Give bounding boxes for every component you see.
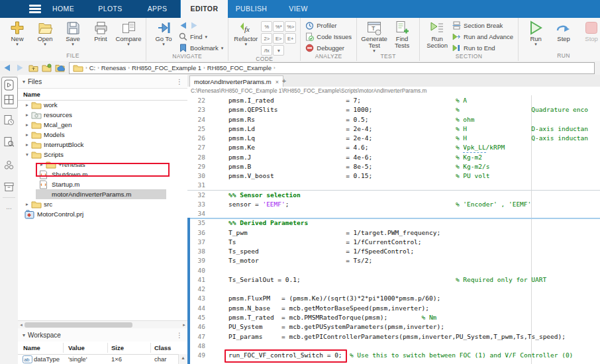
expander-icon[interactable]: ▸ — [23, 201, 31, 207]
more-icon[interactable]: ... — [3, 201, 15, 213]
grid-layout-icon[interactable] — [3, 93, 15, 106]
line-number[interactable]: 47 — [187, 332, 205, 341]
line-number[interactable]: 30 — [187, 171, 205, 181]
tree-item-scripts[interactable]: ▾Scripts — [18, 150, 187, 159]
collapse-icon[interactable]: ▾ — [23, 332, 25, 338]
file-clock-icon[interactable] — [3, 114, 15, 126]
debugger-button[interactable]: Debugger — [305, 43, 352, 53]
code-line-25[interactable]: 25pmsm.Ld= 2e-4;% HD-axis inductan — [187, 124, 600, 134]
workspace-vertical-scrollbar[interactable]: ▲ — [178, 354, 187, 364]
new-document-icon[interactable]: + — [279, 75, 289, 86]
line-number[interactable]: 31 — [187, 181, 205, 190]
line-number[interactable]: 42 — [187, 285, 205, 294]
save-button[interactable]: Save▾ — [60, 20, 85, 46]
expander-icon[interactable]: ▸ — [23, 112, 31, 118]
line-number[interactable]: 27 — [187, 143, 205, 152]
line-number[interactable]: 48 — [187, 341, 205, 351]
cluster-icon[interactable] — [3, 159, 15, 171]
code-issues-button[interactable]: Code Issues — [305, 32, 352, 42]
find-button[interactable]: Find▾ — [179, 32, 223, 42]
scroll-left-icon[interactable]: ◂ — [18, 322, 25, 328]
code-line-28[interactable]: 28pmsm.J= 4e-6;% Kg-m2 — [187, 153, 600, 163]
tree-item-resources[interactable]: ▸resources — [18, 110, 187, 120]
line-number[interactable]: 33 — [187, 200, 205, 209]
code-tool-icon[interactable]: 2> — [261, 33, 272, 44]
code-line-48[interactable]: 48 — [187, 341, 600, 351]
line-number[interactable]: 25 — [187, 124, 205, 134]
bookmark-button[interactable]: Bookmark▾ — [179, 43, 223, 53]
line-number[interactable]: 35 — [187, 218, 205, 228]
scroll-right-icon[interactable]: ▸ — [181, 322, 187, 328]
scrollbar-thumb[interactable] — [25, 322, 132, 328]
folder-open-new-icon[interactable] — [40, 62, 53, 73]
refactor-button[interactable]: fxRefactor▾ — [233, 20, 258, 46]
tree-item-interruptblock[interactable]: ▸InterruptBlock — [18, 140, 187, 150]
workspace-column-size[interactable]: Size — [111, 341, 124, 354]
files-column-header[interactable]: Name — [18, 89, 187, 101]
breadcrumb[interactable]: ›C:›Renesas›RH850_FOC_Example 1›RH850_FO… — [69, 62, 595, 74]
forward-button[interactable] — [13, 62, 26, 73]
run-and-advance-button[interactable]: Run and Advance — [452, 32, 513, 42]
line-number[interactable]: 24 — [187, 115, 205, 124]
expander-icon[interactable]: ▸ — [38, 161, 46, 167]
chevron-down-icon[interactable]: ▾ — [205, 34, 207, 40]
breadcrumb-item[interactable]: Renesas — [101, 64, 126, 71]
go-to-button[interactable]: Go To▾ — [151, 20, 176, 46]
code-line-47[interactable]: 47PI_params= mcb.getPIControllerParamete… — [187, 332, 600, 342]
column-separator[interactable] — [107, 343, 108, 353]
code-line-43[interactable]: 43pmsm.FluxPM= (pmsm.Ke)/(sqrt(3)*2*pi*1… — [187, 294, 600, 304]
tree-item-work[interactable]: ▸work — [18, 100, 187, 110]
toolstrip-tab-plots[interactable]: PLOTS — [87, 0, 134, 18]
expander-icon[interactable]: ▸ — [23, 102, 31, 108]
line-number[interactable]: 41 — [187, 275, 205, 285]
nav-arrows-button[interactable] — [179, 21, 223, 30]
toolstrip-tab-editor[interactable]: EDITOR — [181, 0, 228, 18]
open-button[interactable]: Open▾ — [32, 20, 58, 46]
code-line-41[interactable]: 41Ts_SerialOut = 0.1;% Required only for… — [187, 275, 600, 285]
line-number[interactable]: 40 — [187, 266, 205, 275]
code-editor[interactable]: 22pmsm.I_rated= 7;% A23pmsm.QEPSlits= 10… — [187, 95, 600, 364]
tree-item-motorcontrol-prj[interactable]: MotorControl.prj — [18, 209, 187, 219]
line-number[interactable]: 44 — [187, 304, 205, 313]
column-separator[interactable] — [63, 343, 64, 353]
run-button[interactable]: Run▾ — [523, 20, 548, 46]
code-line-44[interactable]: 44pmsm.N_base= mcb.getMotorBaseSpeed(pms… — [187, 304, 600, 314]
chevron-down-icon[interactable]: ▾ — [16, 42, 19, 46]
expander-icon[interactable]: ▸ — [23, 142, 31, 148]
line-number[interactable]: 37 — [187, 238, 205, 247]
breadcrumb-item[interactable]: RH850_FOC_Example — [207, 64, 272, 71]
code-line-29[interactable]: 29pmsm.B= 8e-5;% Kg-m2/s — [187, 162, 600, 172]
workspace-row[interactable]: abdataType'single'1×6char — [18, 354, 178, 364]
code-line-23[interactable]: 23pmsm.QEPSlits= 1000;%Quadrature enco — [187, 105, 600, 115]
code-tool-icon[interactable]: %* — [273, 21, 284, 32]
line-number[interactable]: 46 — [187, 322, 205, 332]
code-line-34[interactable]: 34 — [187, 209, 600, 219]
line-number[interactable]: 34 — [187, 209, 205, 218]
new-button[interactable]: New▾ — [5, 20, 30, 46]
line-number[interactable]: 49 — [187, 351, 205, 360]
code-line-24[interactable]: 24pmsm.Rs= 0.5;% ohm — [187, 115, 600, 125]
code-tool-icon[interactable]: % — [261, 21, 272, 32]
line-number[interactable]: 38 — [187, 247, 205, 256]
folder-up-icon[interactable] — [26, 62, 40, 73]
tree-item-shutdown-m[interactable]: Shutdown.m — [18, 169, 187, 179]
line-number[interactable]: 26 — [187, 134, 205, 143]
code-line-36[interactable]: 36T_pwm= 1/target.PWM_frequency; — [187, 228, 600, 238]
scroll-up-icon[interactable]: ▲ — [179, 354, 187, 362]
toolstrip-tab-publish[interactable]: PUBLISH — [228, 0, 275, 18]
line-number[interactable]: 39 — [187, 256, 205, 265]
archive-box-icon[interactable] — [3, 181, 15, 193]
breadcrumb-item[interactable]: C: — [89, 64, 96, 71]
line-number[interactable]: 45 — [187, 313, 205, 322]
toolstrip-tab-apps[interactable]: APPS — [134, 0, 181, 18]
code-tool-icon[interactable]: E+ — [285, 33, 296, 44]
workspace-column-name[interactable]: Name — [23, 341, 40, 354]
chevron-down-icon[interactable]: ▾ — [221, 46, 224, 51]
toolstrip-tab-home[interactable]: HOME — [40, 0, 87, 18]
tree-item-startup-m[interactable]: Startup.m — [18, 179, 187, 189]
expander-icon[interactable]: ▸ — [23, 122, 31, 128]
breadcrumb-separator[interactable]: › — [274, 65, 275, 71]
code-tool-icon[interactable]: %> — [285, 21, 296, 32]
panel-menu-icon[interactable]: ⋮ — [176, 78, 183, 85]
breadcrumb-separator[interactable]: › — [97, 65, 99, 71]
